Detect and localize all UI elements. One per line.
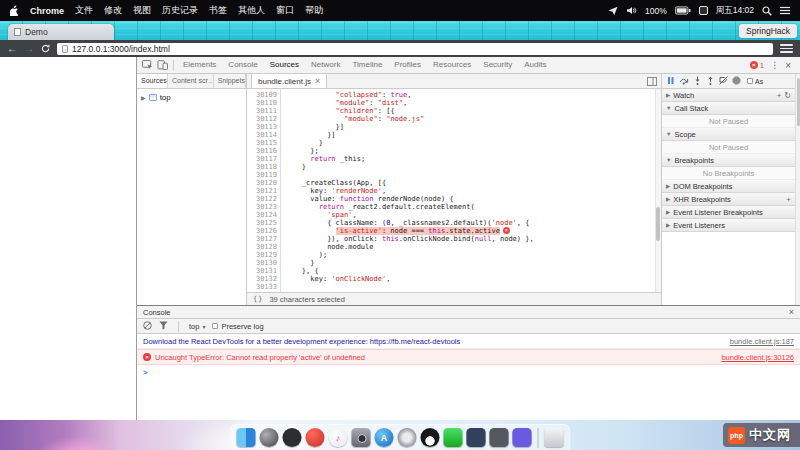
dock-icon-wechat[interactable] xyxy=(444,428,463,447)
debugger-section-event-listeners[interactable]: ▶Event Listeners xyxy=(662,219,795,232)
code-line[interactable]: }), onClick: this.onClickNode.bind(null,… xyxy=(285,235,661,243)
menu-item--[interactable]: 修改 xyxy=(104,4,122,17)
devtools-tab-console[interactable]: Console xyxy=(222,57,263,73)
checkbox-icon[interactable] xyxy=(212,323,218,329)
debugger-section-event-listener-breakpoints[interactable]: ▶Event Listener Breakpoints xyxy=(662,206,795,219)
scrollbar-thumb[interactable] xyxy=(656,207,660,241)
scrollbar-thumb[interactable] xyxy=(797,78,800,126)
source-link[interactable]: bundle.client.js:187 xyxy=(730,337,794,346)
back-button[interactable]: ← xyxy=(7,44,17,54)
dock-icon-app-dark[interactable] xyxy=(283,428,302,447)
debugger-section-watch[interactable]: ▶Watch+↻ xyxy=(662,89,795,102)
debugger-section-breakpoints[interactable]: ▼Breakpoints xyxy=(662,154,795,167)
devtools-tab-elements[interactable]: Elements xyxy=(177,57,222,73)
step-over-icon[interactable] xyxy=(679,76,689,87)
menu-item--[interactable]: 书签 xyxy=(209,4,227,17)
pause-icon[interactable] xyxy=(666,76,675,87)
code-line[interactable]: }] xyxy=(285,123,661,131)
profile-button[interactable]: SpringHack xyxy=(739,24,797,38)
console-message-error[interactable]: ×Uncaught TypeError: Cannot read propert… xyxy=(137,349,800,365)
execution-context-selector[interactable]: top ▾ xyxy=(189,322,205,331)
dock-icon-app-gray[interactable] xyxy=(490,428,509,447)
menu-item--[interactable]: 其他人 xyxy=(238,4,265,17)
pretty-print-icon[interactable]: {} xyxy=(253,295,263,303)
code-editor[interactable]: 3010930110301113011230113301143011530116… xyxy=(247,89,661,292)
code-line[interactable] xyxy=(285,171,661,179)
code-line[interactable]: { className: (0, _classnames2.default)('… xyxy=(285,219,661,227)
code-line[interactable]: key: 'renderNode', xyxy=(285,187,661,195)
step-out-icon[interactable] xyxy=(706,76,715,87)
devtools-tab-sources[interactable]: Sources xyxy=(264,57,305,73)
device-toolbar-icon[interactable] xyxy=(155,59,170,72)
code-line[interactable]: value: function renderNode(node) { xyxy=(285,195,661,203)
navigator-tab-content-scr-[interactable]: Content scr… xyxy=(168,74,214,88)
address-bar[interactable]: 127.0.0.1:3000/index.html xyxy=(57,43,773,55)
menu-clock[interactable]: 周五14:02 xyxy=(716,5,754,17)
battery-icon[interactable] xyxy=(675,6,691,15)
code-line[interactable]: } xyxy=(285,163,661,171)
code-line[interactable]: return _react2.default.createElement( xyxy=(285,203,661,211)
code-line[interactable]: 'span', xyxy=(285,211,661,219)
debugger-section-call-stack[interactable]: ▼Call Stack xyxy=(662,102,795,115)
code-line[interactable]: 'is-active': node === this.state.active× xyxy=(285,227,661,235)
plus-icon[interactable]: + xyxy=(777,91,782,100)
menu-app-name[interactable]: Chrome xyxy=(30,6,64,16)
dock-icon-itunes[interactable] xyxy=(329,428,348,447)
volume-icon[interactable] xyxy=(626,6,637,15)
code-line[interactable]: }, { xyxy=(285,267,661,275)
menu-item--[interactable]: 窗口 xyxy=(276,4,294,17)
paper-plane-icon[interactable] xyxy=(608,6,618,16)
web-page[interactable] xyxy=(0,57,136,420)
debugger-section-dom-breakpoints[interactable]: ▶DOM Breakpoints xyxy=(662,180,795,193)
menu-item--[interactable]: 文件 xyxy=(75,4,93,17)
code-line[interactable]: "children": [{ xyxy=(285,107,661,115)
dock-icon-trash[interactable] xyxy=(545,428,564,447)
code-line[interactable]: } xyxy=(285,259,661,267)
code-line[interactable]: }] xyxy=(285,131,661,139)
code-line[interactable]: key: 'onClickNode', xyxy=(285,275,661,283)
code-line[interactable]: "module": "dist", xyxy=(285,99,661,107)
console-drawer-title[interactable]: Console xyxy=(143,308,171,317)
browser-tab[interactable]: Demo xyxy=(8,24,114,40)
filter-icon[interactable] xyxy=(159,321,168,332)
async-checkbox[interactable]: As xyxy=(747,78,763,85)
notification-center-icon[interactable] xyxy=(780,6,790,15)
tree-item-top[interactable]: ▶ top xyxy=(141,93,246,102)
reload-button[interactable] xyxy=(41,44,50,53)
code-line[interactable]: _createClass(App, [{ xyxy=(285,179,661,187)
navigator-tab-sources[interactable]: Sources xyxy=(137,74,168,88)
devtools-close-icon[interactable]: × xyxy=(785,60,791,71)
debugger-section-scope[interactable]: ▼Scope xyxy=(662,128,795,141)
drawer-close-icon[interactable]: × xyxy=(789,307,794,317)
dock-icon-app-red[interactable] xyxy=(306,428,325,447)
dock-icon-finder[interactable] xyxy=(237,428,256,447)
devtools-tab-resources[interactable]: Resources xyxy=(427,57,477,73)
devtools-scrollbar[interactable] xyxy=(795,74,800,305)
dock-icon-qq[interactable] xyxy=(421,428,440,447)
forward-button[interactable]: → xyxy=(24,44,34,54)
refresh-icon[interactable]: ↻ xyxy=(784,91,791,100)
error-count-badge[interactable]: × 1 xyxy=(750,61,764,70)
code-line[interactable] xyxy=(285,283,661,291)
file-tab[interactable]: bundle.client.js × xyxy=(251,73,327,88)
input-method-icon[interactable] xyxy=(699,6,708,15)
devtools-tab-timeline[interactable]: Timeline xyxy=(346,57,388,73)
devtools-tab-network[interactable]: Network xyxy=(305,57,346,73)
code-line[interactable]: ); xyxy=(285,251,661,259)
code-line[interactable]: node.module xyxy=(285,243,661,251)
dock-icon-app-store[interactable] xyxy=(375,428,394,447)
code-line[interactable]: "collapsed": true, xyxy=(285,91,661,99)
console-message-info[interactable]: Download the React DevTools for a better… xyxy=(137,334,800,349)
navigator-tab-snippets[interactable]: Snippets xyxy=(214,74,246,88)
console-prompt[interactable]: > xyxy=(137,365,800,380)
dock-icon-app-purple[interactable] xyxy=(513,428,532,447)
disclosure-triangle-icon[interactable]: ▶ xyxy=(141,94,146,101)
code-line[interactable]: }; xyxy=(285,147,661,155)
overflow-menu-icon[interactable]: ⋮ xyxy=(770,60,779,70)
code-line[interactable]: return _this; xyxy=(285,155,661,163)
deactivate-breakpoints-icon[interactable] xyxy=(719,76,728,87)
devtools-tab-security[interactable]: Security xyxy=(477,57,518,73)
step-into-icon[interactable] xyxy=(693,76,702,87)
chrome-menu-button[interactable] xyxy=(780,44,793,53)
devtools-tab-audits[interactable]: Audits xyxy=(518,57,552,73)
